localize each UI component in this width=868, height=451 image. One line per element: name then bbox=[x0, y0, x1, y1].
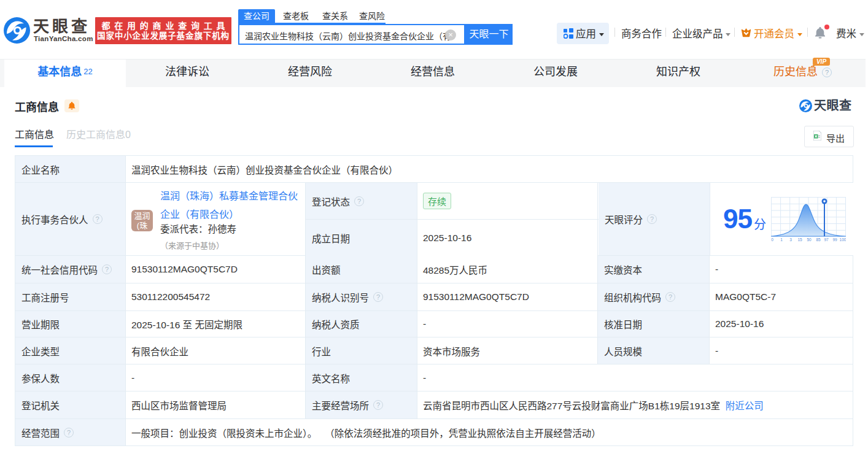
svg-text:97: 97 bbox=[824, 237, 829, 242]
svg-text:100: 100 bbox=[840, 237, 846, 242]
svg-text:0: 0 bbox=[771, 237, 773, 242]
svg-text:99: 99 bbox=[832, 237, 837, 242]
svg-text:3: 3 bbox=[789, 237, 792, 242]
svg-text:50: 50 bbox=[807, 237, 812, 242]
svg-text:1: 1 bbox=[780, 237, 783, 242]
svg-text:85: 85 bbox=[816, 237, 821, 242]
svg-text:15: 15 bbox=[797, 237, 802, 242]
